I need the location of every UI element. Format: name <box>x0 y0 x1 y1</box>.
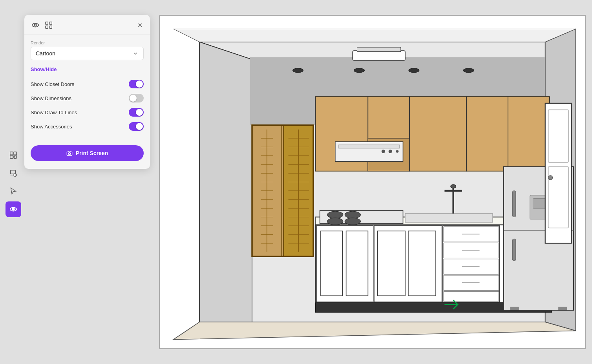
kitchen-viewport <box>159 15 586 349</box>
svg-rect-68 <box>466 97 508 171</box>
draw-lines-label: Show Draw To Lines <box>31 110 77 115</box>
toggle-row-accessories: Show Accessories <box>31 119 144 134</box>
render-value: Cartoon <box>36 50 55 57</box>
accessories-label: Show Accessories <box>31 124 72 130</box>
svg-rect-105 <box>512 191 516 217</box>
panel-eye-icon[interactable] <box>30 20 41 31</box>
panel-header: ✕ <box>24 15 150 35</box>
svg-point-77 <box>327 211 343 218</box>
panel-close-button[interactable]: ✕ <box>135 20 144 30</box>
dimensions-slider <box>129 94 144 102</box>
svg-point-7 <box>12 208 15 210</box>
svg-point-9 <box>34 24 37 26</box>
svg-point-27 <box>354 68 365 73</box>
svg-rect-2 <box>10 155 13 158</box>
camera-icon <box>66 150 73 156</box>
show-hide-label: Show/Hide <box>31 66 144 72</box>
chevron-down-icon <box>132 50 139 57</box>
svg-marker-22 <box>173 29 576 42</box>
svg-marker-19 <box>199 42 252 322</box>
svg-rect-81 <box>405 214 493 222</box>
svg-rect-111 <box>545 103 572 243</box>
svg-point-114 <box>548 176 553 180</box>
svg-rect-13 <box>49 26 52 28</box>
svg-rect-106 <box>512 239 516 261</box>
closet-doors-label: Show Closet Doors <box>31 81 74 87</box>
sidebar-item-cursor[interactable] <box>5 183 21 199</box>
sidebar-icons <box>5 147 21 217</box>
panel-grid-icon[interactable] <box>43 20 54 31</box>
svg-rect-71 <box>339 145 400 148</box>
accessories-slider <box>129 122 144 131</box>
svg-rect-110 <box>558 307 567 310</box>
toggle-row-draw-lines: Show Draw To Lines <box>31 105 144 119</box>
render-section: Render Cartoon <box>31 40 144 60</box>
sidebar-item-layers[interactable] <box>5 165 21 181</box>
closet-doors-slider <box>129 80 144 88</box>
render-dropdown[interactable]: Cartoon <box>31 47 144 60</box>
render-label: Render <box>31 40 144 45</box>
svg-point-73 <box>389 150 392 153</box>
svg-point-74 <box>396 150 399 153</box>
kitchen-scene-svg <box>160 16 585 348</box>
closet-doors-knob <box>136 80 143 88</box>
panel-header-icons <box>30 20 54 31</box>
accessories-toggle[interactable] <box>129 122 144 131</box>
dimensions-label: Show Dimensions <box>31 95 71 101</box>
svg-point-80 <box>345 218 360 225</box>
svg-rect-86 <box>316 226 373 302</box>
dimensions-toggle[interactable] <box>129 94 144 102</box>
svg-rect-11 <box>49 22 52 24</box>
svg-marker-21 <box>173 322 576 340</box>
dimensions-knob <box>130 95 137 102</box>
print-screen-label: Print Screen <box>76 150 108 156</box>
sidebar-item-floor-plan[interactable] <box>5 147 21 163</box>
svg-rect-69 <box>508 97 550 171</box>
svg-rect-12 <box>46 26 48 28</box>
svg-rect-25 <box>357 47 400 51</box>
svg-point-15 <box>68 153 70 155</box>
view-panel: ✕ Render Cartoon Show/Hide Show Closet D… <box>24 15 150 169</box>
panel-body: Render Cartoon Show/Hide Show Closet Doo… <box>24 35 150 139</box>
svg-point-84 <box>451 185 456 188</box>
closet-doors-toggle[interactable] <box>129 80 144 88</box>
draw-lines-knob <box>136 109 143 116</box>
svg-rect-97 <box>444 291 499 301</box>
svg-rect-10 <box>46 22 48 24</box>
print-screen-button[interactable]: Print Screen <box>31 145 144 161</box>
toggle-row-closet-doors: Show Closet Doors <box>31 77 144 91</box>
svg-point-29 <box>463 68 474 73</box>
svg-point-79 <box>327 218 343 225</box>
svg-rect-0 <box>10 152 13 154</box>
toggle-row-dimensions: Show Dimensions <box>31 91 144 105</box>
svg-rect-67 <box>409 97 466 171</box>
draw-lines-toggle[interactable] <box>129 108 144 117</box>
svg-rect-24 <box>353 51 405 60</box>
svg-point-28 <box>409 68 419 73</box>
sidebar-item-eye[interactable] <box>5 201 21 217</box>
svg-rect-1 <box>14 152 16 154</box>
svg-point-26 <box>293 68 303 73</box>
svg-point-72 <box>382 150 385 153</box>
draw-lines-slider <box>129 108 144 117</box>
svg-point-78 <box>345 211 360 218</box>
accessories-knob <box>136 123 143 130</box>
svg-rect-109 <box>510 307 519 310</box>
main-container: ✕ Render Cartoon Show/Hide Show Closet D… <box>0 0 592 364</box>
